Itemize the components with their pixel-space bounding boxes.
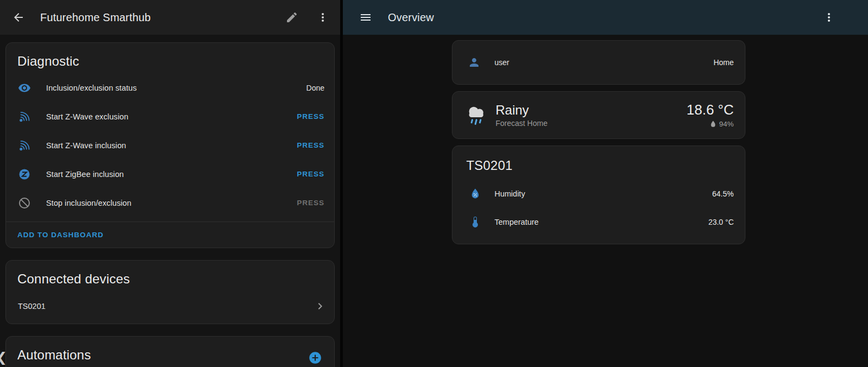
row-zigbee-inclusion: Start ZigBee inclusion PRESS [6, 160, 334, 188]
water-percent-icon [709, 120, 717, 128]
sensor-label: Humidity [495, 189, 712, 198]
row-label: Start ZigBee inclusion [46, 170, 297, 179]
status-value: Done [307, 84, 324, 92]
cancel-icon [18, 197, 31, 210]
add-automation-button[interactable] [308, 351, 322, 365]
connected-device-row[interactable]: TS0201 [6, 291, 334, 324]
press-button-disabled: PRESS [297, 199, 324, 207]
row-label: Stop inclusion/exclusion [46, 199, 297, 207]
dots-vertical-icon [316, 11, 329, 24]
app-window: Futurehome Smarthub Diagnostic Inclusion… [0, 0, 868, 367]
row-stop-inclusion: Stop inclusion/exclusion PRESS [6, 188, 334, 217]
connected-devices-card: Connected devices TS0201 [5, 260, 335, 324]
overview-content[interactable]: user Home [343, 35, 868, 367]
sensor-value: 23.0 °C [709, 218, 734, 226]
row-zwave-exclusion: Start Z-Wave exclusion PRESS [6, 102, 334, 131]
weather-subtitle: Forecast Home [496, 119, 687, 128]
connected-devices-title: Connected devices [6, 261, 334, 291]
add-to-dashboard-button[interactable]: ADD TO DASHBOARD [6, 222, 334, 248]
weather-humidity: 94% [686, 120, 733, 128]
weather-temperature: 18.6 °C [686, 102, 733, 118]
thermometer-icon [469, 216, 482, 229]
row-label: Start Z-Wave inclusion [46, 141, 297, 150]
diagnostic-card: Diagnostic Inclusion/exclusion status Do… [5, 42, 335, 248]
right-app-bar: Overview [343, 0, 868, 35]
device-name: TS0201 [18, 302, 314, 311]
row-label: Inclusion/exclusion status [46, 84, 307, 92]
person-name: user [495, 58, 714, 67]
row-label: Start Z-Wave exclusion [46, 112, 297, 121]
zwave-icon [18, 139, 31, 152]
automations-title: Automations [17, 347, 91, 363]
row-zwave-inclusion: Start Z-Wave inclusion PRESS [6, 131, 334, 160]
dots-vertical-icon [822, 11, 835, 24]
press-button[interactable]: PRESS [297, 170, 324, 178]
press-button[interactable]: PRESS [297, 141, 324, 149]
humidity-row[interactable]: Humidity 64.5% [452, 180, 745, 208]
page-title: Futurehome Smarthub [40, 11, 151, 24]
weather-humidity-value: 94% [719, 120, 733, 128]
overview-menu-button[interactable] [821, 10, 837, 25]
device-card-title: TS0201 [452, 146, 745, 180]
eye-icon [18, 81, 31, 94]
overview-pane: Overview user Home [343, 0, 868, 367]
sensor-label: Temperature [495, 218, 709, 226]
edit-button[interactable] [284, 10, 299, 25]
zwave-icon [18, 110, 31, 123]
arrow-back-icon [12, 11, 25, 24]
sidebar-menu-button[interactable] [358, 10, 373, 25]
weather-card[interactable]: Rainy Forecast Home 18.6 °C 94% [452, 91, 745, 139]
pencil-icon [285, 11, 298, 24]
automations-card: Automations [5, 336, 335, 367]
person-entity-card[interactable]: user Home [452, 40, 745, 85]
press-button[interactable]: PRESS [297, 112, 324, 121]
menu-icon [359, 11, 372, 24]
back-button[interactable] [11, 10, 26, 25]
diagnostic-card-title: Diagnostic [6, 43, 334, 73]
account-icon [468, 56, 481, 69]
temperature-row[interactable]: Temperature 23.0 °C [452, 208, 745, 236]
plus-circle-icon [308, 351, 322, 365]
device-sensors-card: TS0201 Humidity 64.5% [452, 145, 745, 244]
weather-pouring-icon [464, 103, 489, 128]
humidity-icon [469, 187, 482, 200]
sensor-value: 64.5% [712, 189, 734, 198]
left-app-bar: Futurehome Smarthub [0, 0, 340, 35]
person-state: Home [713, 58, 733, 67]
overview-title: Overview [388, 11, 434, 24]
zigbee-icon [18, 168, 31, 181]
device-detail-pane: Futurehome Smarthub Diagnostic Inclusion… [0, 0, 343, 367]
left-menu-button[interactable] [315, 10, 330, 25]
weather-state: Rainy [496, 103, 687, 118]
left-scroll-area[interactable]: Diagnostic Inclusion/exclusion status Do… [0, 35, 340, 367]
row-inclusion-status: Inclusion/exclusion status Done [6, 73, 334, 102]
chevron-right-icon [314, 300, 327, 313]
